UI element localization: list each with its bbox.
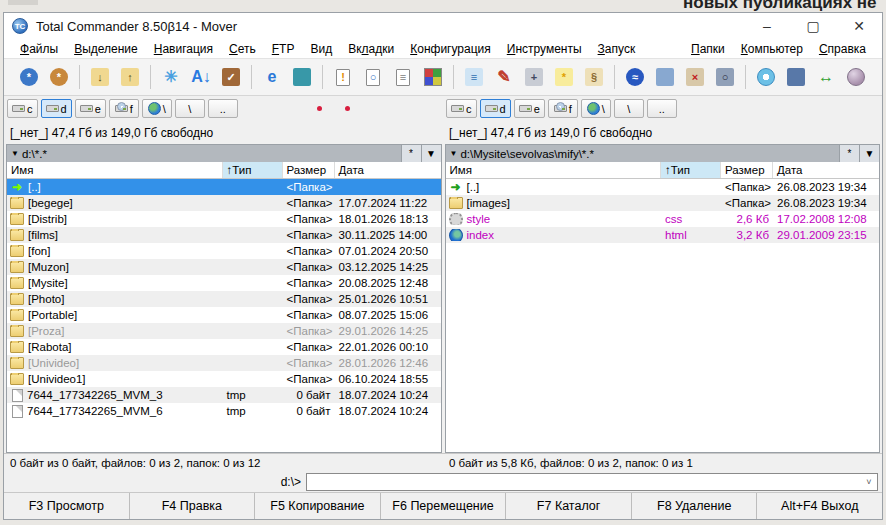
- menu-left-ftp[interactable]: FTP: [264, 40, 303, 58]
- toolbar-button-unpack-files-icon[interactable]: ↑: [115, 63, 145, 91]
- menu-left-вид[interactable]: Вид: [302, 40, 340, 58]
- column-header-размер[interactable]: Размер: [721, 162, 773, 178]
- toolbar-button-network-neighborhood-icon[interactable]: [287, 63, 317, 91]
- file-row[interactable]: stylecss2,6 Кб17.02.2008 12:08: [446, 211, 880, 227]
- file-row[interactable]: [Muzon]<Папка>03.12.2025 14:25: [7, 259, 441, 275]
- file-row[interactable]: [fon]<Папка>07.01.2024 20:50: [7, 243, 441, 259]
- toolbar-button-monitor-icon[interactable]: [781, 63, 811, 91]
- file-row[interactable]: ➜[..]<Папка>26.08.2023 19:34: [446, 179, 880, 195]
- menu-left-файлы[interactable]: Файлы: [12, 40, 66, 58]
- menu-right-справка[interactable]: Справка: [811, 40, 874, 58]
- path-bar-left[interactable]: ▼d:\*.**▼: [7, 145, 441, 162]
- drive-button-d[interactable]: d: [41, 99, 72, 118]
- column-header-тип[interactable]: ↑Тип: [223, 162, 283, 178]
- menu-left-сеть[interactable]: Сеть: [221, 40, 264, 58]
- file-row[interactable]: [begege]<Папка>17.07.2024 11:22: [7, 195, 441, 211]
- toolbar-button-green-arrows-icon[interactable]: ↔: [811, 63, 841, 91]
- column-header-имя[interactable]: Имя: [446, 162, 662, 178]
- toolbar-button-notepad-icon[interactable]: ≡: [459, 63, 489, 91]
- toolbar-button-options-gear-blue-icon[interactable]: *: [14, 63, 44, 91]
- history-button-left[interactable]: ▼: [421, 145, 441, 162]
- drive-button-f[interactable]: f: [109, 99, 139, 118]
- toolbar-button-calculator-icon[interactable]: +: [519, 63, 549, 91]
- file-row[interactable]: [Univideo]<Папка>28.01.2026 12:46: [7, 355, 441, 371]
- toolbar-button-doc-warning-icon[interactable]: !: [328, 63, 358, 91]
- drive-button-c[interactable]: c: [7, 99, 38, 118]
- column-header-размер[interactable]: Размер: [283, 162, 335, 178]
- drive-button-e[interactable]: e: [514, 99, 545, 118]
- favorites-button-right[interactable]: *: [839, 145, 859, 162]
- menu-left-инструменты[interactable]: Инструменты: [499, 40, 590, 58]
- path-bar-right[interactable]: ▼d:\Mysite\sevolvas\mify\*.**▼: [446, 145, 880, 162]
- favorites-button-left[interactable]: *: [401, 145, 421, 162]
- toolbar-button-new-note-icon[interactable]: *: [549, 63, 579, 91]
- toolbar-button-shield-icon[interactable]: ≈: [620, 63, 650, 91]
- toolbar-button-purple-sphere-icon[interactable]: [841, 63, 871, 91]
- file-row[interactable]: 7644_177342265_MVM_6tmp0 байт18.07.2024 …: [7, 403, 441, 419]
- toolbar-button-sort-az-icon[interactable]: A↓: [186, 63, 216, 91]
- file-row[interactable]: [Portable]<Папка>08.07.2025 15:06: [7, 307, 441, 323]
- menu-right-компьютер[interactable]: Компьютер: [733, 40, 811, 58]
- column-header-имя[interactable]: Имя: [7, 162, 223, 178]
- toolbar-button-computer-search-icon[interactable]: ○: [710, 63, 740, 91]
- toolbar-button-options-gear-orange-icon[interactable]: *: [44, 63, 74, 91]
- drive-button-root[interactable]: \: [614, 99, 644, 118]
- maximize-button[interactable]: ▢: [790, 13, 836, 39]
- file-row[interactable]: [Univideo1]<Папка>06.10.2024 18:55: [7, 371, 441, 387]
- column-header-дата[interactable]: Дата: [335, 162, 441, 178]
- column-header-дата[interactable]: Дата: [773, 162, 879, 178]
- minimize-button[interactable]: –: [744, 13, 790, 39]
- fkey-button-f8[interactable]: F8 Удаление: [632, 493, 758, 519]
- toolbar-button-script-scroll-icon[interactable]: §: [579, 63, 609, 91]
- toolbar-button-cd-disc-icon[interactable]: [751, 63, 781, 91]
- file-row[interactable]: [Distrib]<Папка>18.01.2026 18:13: [7, 211, 441, 227]
- menu-left-вкладки[interactable]: Вкладки: [340, 40, 402, 58]
- drive-button-..[interactable]: ..: [647, 99, 677, 118]
- drive-button-d[interactable]: d: [480, 99, 511, 118]
- drive-button-f[interactable]: f: [548, 99, 578, 118]
- fkey-button-alt+f4[interactable]: Alt+F4 Выход: [757, 493, 882, 519]
- history-button-right[interactable]: ▼: [859, 145, 879, 162]
- menu-left-запуск[interactable]: Запуск: [590, 40, 644, 58]
- toolbar-button-internet-explorer-icon[interactable]: e: [257, 63, 287, 91]
- menu-left-выделение[interactable]: Выделение: [66, 40, 146, 58]
- toolbar-button-doc-copy-icon[interactable]: ≡: [388, 63, 418, 91]
- drive-button-c[interactable]: c: [446, 99, 477, 118]
- drive-button-e[interactable]: e: [75, 99, 106, 118]
- fkey-button-f5[interactable]: F5 Копирование: [255, 493, 381, 519]
- file-date-cell: 08.07.2025 15:06: [335, 309, 441, 321]
- toolbar-button-pack-files-icon[interactable]: ↓: [85, 63, 115, 91]
- toolbar-button-color-grid-icon[interactable]: [418, 63, 448, 91]
- drive-button-net-root[interactable]: \: [581, 99, 611, 118]
- file-row[interactable]: [Photo]<Папка>25.01.2026 10:51: [7, 291, 441, 307]
- toolbar-button-paint-brushes-icon[interactable]: ✎: [489, 63, 519, 91]
- toolbar-button-clipboard-icon[interactable]: ✓: [216, 63, 246, 91]
- fkey-button-f3[interactable]: F3 Просмотр: [4, 493, 130, 519]
- menu-left-навигация[interactable]: Навигация: [146, 40, 221, 58]
- file-row[interactable]: [Rabota]<Папка>22.01.2026 00:10: [7, 339, 441, 355]
- file-row[interactable]: [images]<Папка>26.08.2023 19:34: [446, 195, 880, 211]
- toolbar-button-screen-image-icon[interactable]: [650, 63, 680, 91]
- toolbar-button-doc-view-icon[interactable]: ○: [358, 63, 388, 91]
- file-row[interactable]: [Mysite]<Папка>20.08.2025 12:48: [7, 275, 441, 291]
- file-row[interactable]: [films]<Папка>30.11.2025 14:00: [7, 227, 441, 243]
- toolbar-button-ftp-snowflake-icon[interactable]: ✳: [156, 63, 186, 91]
- drive-button-root[interactable]: \: [175, 99, 205, 118]
- fkey-button-f6[interactable]: F6 Перемещение: [381, 493, 507, 519]
- menu-left-конфигурация[interactable]: Конфигурация: [402, 40, 499, 58]
- toolbar-button-uninstall-box-icon[interactable]: ×: [680, 63, 710, 91]
- file-row[interactable]: 7644_177342265_MVM_3tmp0 байт18.07.2024 …: [7, 387, 441, 403]
- fkey-button-f7[interactable]: F7 Каталог: [506, 493, 632, 519]
- file-row[interactable]: [Proza]<Папка>29.01.2026 14:25: [7, 323, 441, 339]
- command-line-input[interactable]: [307, 474, 861, 490]
- fkey-button-f4[interactable]: F4 Правка: [130, 493, 256, 519]
- command-history-dropdown-icon[interactable]: ˅: [861, 477, 877, 487]
- drive-button-net-root[interactable]: \: [142, 99, 172, 118]
- close-button[interactable]: ✕: [836, 13, 882, 39]
- column-header-тип[interactable]: ↑Тип: [661, 162, 721, 178]
- file-row[interactable]: ➜[..]<Папка>: [7, 179, 441, 195]
- file-row[interactable]: indexhtml3,2 Кб29.01.2009 23:15: [446, 227, 880, 243]
- hdd-icon: [485, 105, 498, 112]
- menu-right-папки[interactable]: Папки: [683, 40, 733, 58]
- drive-button-..[interactable]: ..: [208, 99, 238, 118]
